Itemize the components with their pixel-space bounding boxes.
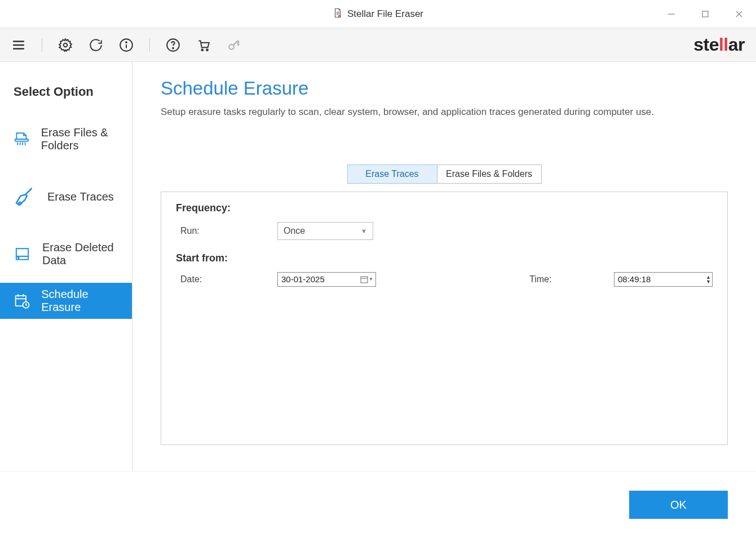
schedule-panel: Frequency: Run: Once ▼ Start from: Date:…	[161, 192, 728, 445]
drive-icon	[14, 243, 31, 265]
start-from-heading: Start from:	[176, 252, 713, 264]
ok-button[interactable]: OK	[629, 491, 728, 519]
svg-point-14	[201, 49, 203, 51]
gear-icon[interactable]	[58, 38, 73, 52]
svg-point-13	[173, 47, 174, 48]
time-input[interactable]: 08:49:18 ▲▼	[614, 272, 713, 287]
date-label: Date:	[176, 274, 277, 284]
sidebar-title: Select Option	[0, 79, 132, 110]
page-description: Setup erasure tasks regularly to scan, c…	[161, 105, 668, 119]
svg-rect-2	[702, 11, 708, 17]
run-select-value: Once	[284, 226, 305, 236]
minimize-button[interactable]	[655, 0, 688, 28]
help-icon[interactable]	[166, 38, 180, 52]
page-title: Schedule Erasure	[161, 78, 728, 99]
sidebar-item-erase-files-folders[interactable]: Erase Files & Folders	[0, 110, 132, 168]
tab-erase-traces[interactable]: Erase Traces	[347, 164, 437, 184]
window-title: Stellar File Eraser	[347, 8, 423, 20]
sidebar-item-erase-deleted-data[interactable]: Erase Deleted Data	[0, 225, 132, 283]
run-select[interactable]: Once ▼	[277, 222, 373, 240]
maximize-button[interactable]	[688, 0, 722, 28]
svg-point-8	[64, 43, 68, 47]
frequency-heading: Frequency:	[176, 202, 713, 214]
sidebar-item-label: Schedule Erasure	[41, 288, 118, 314]
svg-rect-31	[361, 277, 368, 283]
tab-erase-files-folders[interactable]: Erase Files & Folders	[437, 164, 542, 184]
sidebar-item-schedule-erasure[interactable]: Schedule Erasure	[0, 283, 132, 319]
broom-icon	[14, 185, 36, 208]
app-icon	[333, 8, 343, 20]
separator	[42, 38, 42, 52]
footer: OK	[0, 471, 756, 538]
cart-icon[interactable]	[196, 38, 211, 52]
close-button[interactable]	[722, 0, 756, 28]
calendar-dropdown-icon: ▼	[360, 275, 373, 283]
svg-point-16	[229, 44, 234, 49]
info-icon[interactable]	[119, 38, 134, 52]
svg-point-11	[126, 42, 127, 43]
date-value: 30-01-2025	[281, 274, 325, 284]
time-value: 08:49:18	[618, 274, 651, 284]
shredder-icon	[14, 128, 30, 150]
brand-logo: stellar	[693, 34, 745, 55]
sidebar-item-label: Erase Files & Folders	[41, 126, 118, 152]
tab-strip: Erase Traces Erase Files & Folders	[161, 164, 728, 184]
content-area: Schedule Erasure Setup erasure tasks reg…	[132, 62, 756, 471]
svg-rect-17	[15, 139, 28, 141]
sidebar-item-label: Erase Deleted Data	[42, 241, 118, 267]
run-label: Run:	[176, 226, 277, 236]
calendar-clock-icon	[14, 291, 30, 310]
toolbar: stellar	[0, 28, 756, 62]
key-icon[interactable]	[227, 38, 241, 52]
chevron-down-icon: ▼	[361, 228, 367, 234]
sidebar: Select Option Erase Files & Folders Eras…	[0, 62, 132, 471]
date-input[interactable]: 30-01-2025 ▼	[277, 272, 376, 287]
time-spinner[interactable]: ▲▼	[706, 275, 711, 284]
time-label: Time:	[529, 274, 614, 284]
title-bar: Stellar File Eraser	[0, 0, 756, 28]
separator	[149, 38, 150, 52]
sidebar-item-erase-traces[interactable]: Erase Traces	[0, 168, 132, 225]
svg-point-25	[18, 257, 19, 259]
sidebar-item-label: Erase Traces	[47, 190, 114, 203]
svg-point-15	[206, 49, 208, 51]
refresh-icon[interactable]	[89, 38, 103, 52]
hamburger-menu-icon[interactable]	[11, 38, 26, 52]
